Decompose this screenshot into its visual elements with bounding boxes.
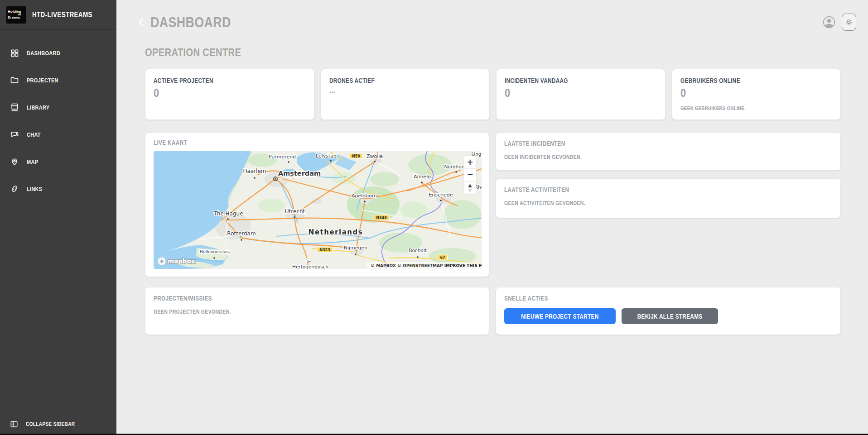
road-badge-label: 67: [440, 256, 445, 260]
live-map[interactable]: PurmerendLelystadZwolleHaarlemAmsterdamL…: [154, 151, 482, 269]
sidebar-nav: DASHBOARD PROJECTEN LIBRARY CHAT MAP: [0, 30, 116, 202]
main-area: DASHBOARD OPERATION CEN: [116, 0, 868, 435]
map-label-amsterdam: Amsterdam: [278, 170, 321, 177]
collapse-sidebar-button[interactable]: COLLAPSE SIDEBAR: [0, 414, 116, 434]
user-avatar-button[interactable]: [823, 16, 835, 29]
latest-activities-card: LAATSTE ACTIVITEITEN GEEN ACTIVITEITEN G…: [496, 178, 841, 218]
map-label-nordhorn: Nordhorn: [444, 164, 467, 169]
stat-card-gebruikers-online: GEBRUIKERS ONLINE 0 GEEN GEBRUIKERS ONLI…: [672, 69, 841, 120]
latest-incidents-empty: GEEN INCIDENTEN GEVONDEN.: [504, 154, 832, 160]
map-city-dot: [294, 216, 295, 218]
map-label-utrecht: Utrecht: [285, 208, 305, 215]
stat-value: 0: [680, 86, 833, 100]
folder-icon: [10, 76, 19, 85]
map-label-purmerend: Purmerend: [269, 154, 296, 160]
stat-label: GEBRUIKERS ONLINE: [680, 77, 833, 84]
stat-value: 0: [505, 86, 657, 100]
map-label-enschede: Enschede: [429, 192, 453, 198]
sidebar-collapse-icon: [10, 420, 18, 428]
map-city-dot: [213, 257, 215, 259]
sidebar-item-chat[interactable]: CHAT: [0, 121, 116, 148]
page-title: DASHBOARD: [150, 14, 246, 31]
map-city-dot: [364, 201, 366, 202]
map-label-apeldoorn: Apeldoorn: [352, 193, 377, 199]
sun-icon: [845, 19, 853, 26]
map-label-haarlem: Haarlem: [243, 168, 266, 174]
stat-card-drones-actief: DRONES ACTIEF ...: [321, 69, 490, 120]
sidebar-item-label: DASHBOARD: [27, 50, 67, 57]
map-city-dot: [227, 218, 229, 220]
stat-value: ...: [329, 86, 482, 95]
map-city-dot: [374, 161, 376, 163]
map-attribution[interactable]: © MAPBOX © OPENSTREETMAP IMPROVE THIS MA…: [371, 263, 482, 268]
map-label-hertogenbosch: Hertogenbosch: [292, 264, 328, 269]
map-city-dot: [355, 253, 357, 255]
map-label-the-hague: The Hague: [213, 210, 243, 217]
collapse-sidebar-label: COLLAPSE SIDEBAR: [26, 421, 84, 427]
sidebar-item-label: MAP: [27, 158, 40, 165]
map-city-dot: [417, 256, 419, 258]
mapbox-logo-text[interactable]: mapbox: [168, 258, 195, 265]
sidebar-item-dashboard[interactable]: DASHBOARD: [0, 39, 116, 67]
latest-activities-title: LAATSTE ACTIVITEITEN: [504, 186, 832, 193]
stat-label: DRONES ACTIEF: [329, 77, 482, 84]
sidebar-item-links[interactable]: LINKS: [0, 175, 116, 202]
map-canvas: PurmerendLelystadZwolleHaarlemAmsterdamL…: [154, 151, 482, 269]
sidebar-item-library[interactable]: LIBRARY: [0, 94, 116, 121]
sidebar-item-label: LIBRARY: [27, 104, 54, 111]
sidebar-item-label: CHAT: [27, 131, 43, 138]
map-city-dot: [330, 160, 332, 162]
latest-activities-empty: GEEN ACTIVITEITEN GEVONDEN.: [504, 200, 832, 206]
projects-missions-title: PROJECTEN/MISSIES: [154, 295, 481, 302]
logo-line: Drones: [8, 16, 25, 19]
topbar-actions: [823, 14, 856, 31]
zoom-out-button[interactable]: −: [467, 170, 473, 179]
quick-actions-title: SNELLE ACTIES: [504, 295, 832, 302]
stat-value: 0: [154, 86, 306, 100]
stat-note: GEEN GEBRUIKERS ONLINE.: [680, 105, 833, 111]
chevron-left-icon: [136, 17, 146, 27]
stats-grid: ACTIEVE PROJECTEN 0 DRONES ACTIEF ... IN…: [145, 69, 841, 120]
link-icon: [10, 184, 19, 193]
map-label-netherlands: Netherlands: [309, 228, 363, 236]
sidebar-item-projecten[interactable]: PROJECTEN: [0, 67, 116, 94]
theme-toggle-button[interactable]: [842, 14, 856, 31]
stat-card-incidenten-vandaag: INCIDENTEN VANDAAG 0: [496, 69, 665, 120]
projects-missions-card: PROJECTEN/MISSIES GEEN PROJECTEN GEVONDE…: [145, 287, 489, 335]
quick-actions-card: SNELLE ACTIES NIEUWE PROJECT STARTEN BEK…: [496, 287, 841, 335]
user-icon: [823, 16, 835, 29]
map-label-almelo: Almelo: [414, 174, 431, 180]
map-city-dot: [440, 200, 442, 201]
map-label--s-: 's-: [305, 258, 311, 263]
back-button[interactable]: [136, 16, 147, 28]
sidebar-item-map[interactable]: MAP: [0, 148, 116, 175]
map-label-hellevoetsluis: Hellevoetsluis: [200, 249, 230, 254]
map-label-lelystad: Lelystad: [316, 153, 337, 159]
stat-label: ACTIEVE PROJECTEN: [154, 77, 306, 84]
road-badge-label: N348: [376, 216, 387, 220]
sidebar-item-label: PROJECTEN: [27, 77, 64, 84]
logo-line: Holding: [8, 10, 25, 14]
map-city-dot: [241, 239, 242, 241]
live-map-title: LIVE KAART: [154, 139, 481, 146]
map-city-dot: [254, 177, 256, 179]
app-title: HTD-LIVESTREAMS: [32, 11, 104, 19]
view-all-streams-button[interactable]: BEKIJK ALLE STREAMS: [622, 308, 718, 324]
projects-missions-empty: GEEN PROJECTEN GEVONDEN.: [154, 309, 481, 315]
map-city-dot: [455, 171, 457, 173]
book-icon: [10, 103, 19, 112]
zoom-in-button[interactable]: +: [467, 158, 473, 167]
map-city-dot: [421, 182, 423, 183]
latest-incidents-card: LAATSTE INCIDENTEN GEEN INCIDENTEN GEVON…: [496, 132, 841, 171]
live-map-card: LIVE KAART: [145, 132, 489, 277]
topbar: DASHBOARD: [116, 0, 868, 31]
road-badge-label: N50: [352, 154, 360, 158]
stat-card-actieve-projecten: ACTIEVE PROJECTEN 0: [145, 69, 314, 120]
improve-this-map-link[interactable]: IMPROVE THIS MAP: [444, 263, 482, 268]
grid-icon: [10, 48, 19, 57]
dashboard-content: OPERATION CENTRE ACTIEVE PROJECTEN 0 DRO…: [116, 46, 868, 335]
new-project-button[interactable]: NIEUWE PROJECT STARTEN: [504, 308, 616, 324]
sidebar: Holding the Drones HTD-LIVESTREAMS DASHB…: [0, 0, 116, 435]
section-title: OPERATION CENTRE: [145, 46, 841, 59]
app-logo: Holding the Drones: [6, 6, 26, 24]
